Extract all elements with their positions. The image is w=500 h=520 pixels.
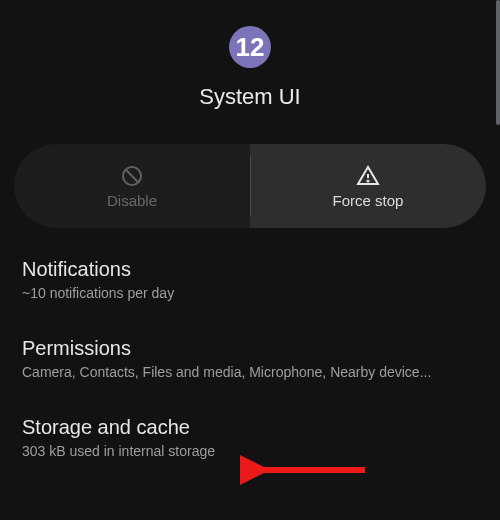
notifications-subtitle: ~10 notifications per day: [22, 285, 478, 301]
settings-list: Notifications ~10 notifications per day …: [0, 238, 500, 475]
notifications-item[interactable]: Notifications ~10 notifications per day: [22, 238, 478, 317]
permissions-subtitle: Camera, Contacts, Files and media, Micro…: [22, 364, 478, 380]
svg-point-3: [367, 180, 368, 181]
storage-subtitle: 303 kB used in internal storage: [22, 443, 478, 459]
disable-icon: [120, 164, 144, 188]
disable-label: Disable: [107, 192, 157, 209]
notifications-title: Notifications: [22, 258, 478, 281]
storage-title: Storage and cache: [22, 416, 478, 439]
app-name: System UI: [199, 84, 300, 110]
app-icon-text: 12: [236, 32, 265, 63]
app-header: 12 System UI: [0, 0, 500, 130]
action-row: Disable Force stop: [0, 130, 500, 238]
force-stop-button[interactable]: Force stop: [250, 144, 486, 228]
permissions-title: Permissions: [22, 337, 478, 360]
disable-button: Disable: [14, 144, 250, 228]
storage-item[interactable]: Storage and cache 303 kB used in interna…: [22, 396, 478, 475]
force-stop-label: Force stop: [333, 192, 404, 209]
scroll-indicator: [496, 0, 500, 125]
svg-line-1: [126, 169, 139, 182]
warning-icon: [356, 164, 380, 188]
app-icon: 12: [229, 26, 271, 68]
permissions-item[interactable]: Permissions Camera, Contacts, Files and …: [22, 317, 478, 396]
action-divider: [250, 156, 251, 216]
